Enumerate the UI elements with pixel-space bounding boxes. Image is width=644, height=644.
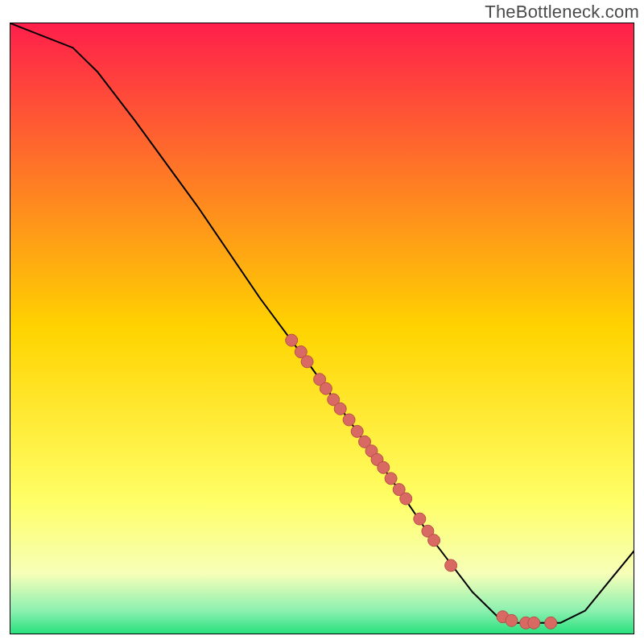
chart-plot-area [10,23,634,634]
data-point [301,356,313,368]
data-point [545,617,557,629]
data-point [334,402,346,415]
data-point [286,334,298,346]
gradient-background [10,23,634,634]
data-point [445,559,457,572]
attribution-text: TheBottleneck.com [485,2,639,23]
data-point [414,513,426,525]
data-point [320,382,332,394]
data-point [378,461,390,473]
data-point [343,414,355,426]
data-point [385,473,397,485]
data-point [400,493,412,505]
data-point [351,425,363,437]
data-point [428,535,440,547]
chart-svg [10,23,634,634]
data-point [528,617,540,629]
data-point [506,614,518,626]
